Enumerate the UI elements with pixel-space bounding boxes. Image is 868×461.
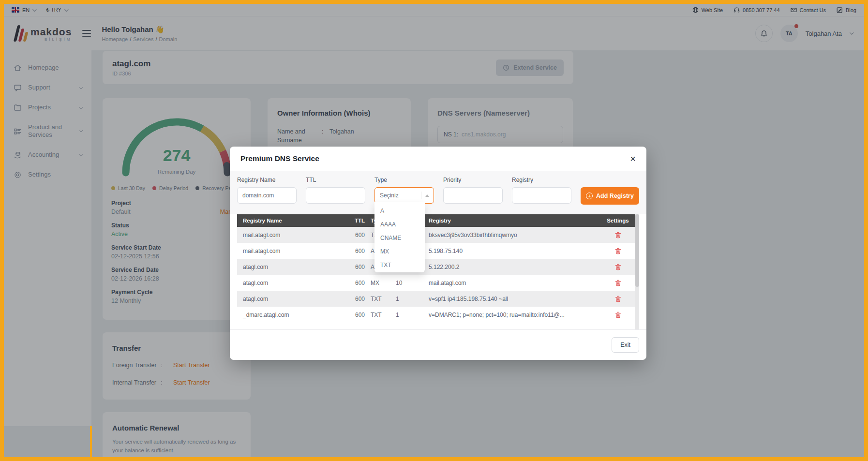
type-dropdown: A AAAA CNAME MX TXT <box>374 202 425 272</box>
record-name: mail.atagl.com <box>243 232 340 238</box>
table-scrollbar <box>635 214 639 329</box>
record-registry: bksvec3j95v3ov33birfhbfimqwmyo <box>429 232 597 238</box>
scrollbar-thumb[interactable] <box>635 214 639 287</box>
record-name: atagl.com <box>243 280 340 286</box>
type-option[interactable]: CNAME <box>374 231 425 245</box>
delete-record-button[interactable] <box>614 231 622 239</box>
type-option[interactable]: MX <box>374 245 425 258</box>
dns-records-table: Registry Name TTL Type Priority Registry… <box>237 214 639 329</box>
record-name: _dmarc.atagl.com <box>243 312 340 318</box>
add-registry-button[interactable]: + Add Registry <box>581 187 639 205</box>
chevron-up-icon <box>425 194 429 197</box>
delete-record-button[interactable] <box>614 311 622 319</box>
record-type: TXT <box>371 296 390 302</box>
table-row: mail.atagl.com 600 TXT bksvec3j95v3ov33b… <box>237 227 639 243</box>
exit-button[interactable]: Exit <box>612 337 639 353</box>
table-row: atagl.com 600 MX 10 mail.atagl.com <box>237 275 639 291</box>
table-row: atagl.com 600 TXT 1 v=spf1 ip4:185.198.7… <box>237 291 639 307</box>
type-select[interactable]: Seçiniz <box>374 187 434 204</box>
modal-title: Premium DNS Service <box>240 154 319 163</box>
type-option[interactable]: A <box>374 204 425 218</box>
table-row: atagl.com 600 A 5.122.200.2 <box>237 259 639 275</box>
record-registry: v=DMARC1; p=none; pct=100; rua=mailto:in… <box>429 312 597 318</box>
trash-icon <box>615 264 621 270</box>
registry-name-input[interactable] <box>237 187 297 204</box>
registry-input[interactable] <box>512 187 571 204</box>
record-priority: 1 <box>396 312 423 318</box>
delete-record-button[interactable] <box>614 263 622 271</box>
delete-record-button[interactable] <box>614 247 622 255</box>
record-ttl: 600 <box>345 232 365 238</box>
record-ttl: 600 <box>345 280 365 286</box>
record-ttl: 600 <box>345 312 365 318</box>
record-registry: v=spf1 ip4:185.198.75.140 ~all <box>429 296 597 302</box>
record-priority: 10 <box>396 280 423 286</box>
delete-record-button[interactable] <box>614 295 622 303</box>
ttl-input[interactable] <box>306 187 365 204</box>
table-row: mail.atagl.com 600 A 5.198.75.140 <box>237 243 639 259</box>
record-registry: mail.atagl.com <box>429 280 597 286</box>
close-icon[interactable]: × <box>630 154 636 164</box>
record-name: atagl.com <box>243 264 340 270</box>
trash-icon <box>615 296 621 302</box>
record-type: MX <box>371 280 390 286</box>
table-body: mail.atagl.com 600 TXT bksvec3j95v3ov33b… <box>237 227 639 323</box>
trash-icon <box>615 312 621 318</box>
content-scroll-accent <box>90 426 92 457</box>
record-type: TXT <box>371 312 390 318</box>
trash-icon <box>615 248 621 254</box>
dns-record-form: Registry Name TTL Type Seçiniz Priority <box>230 171 646 214</box>
app-window: EN ₺ TRY Web Site 0850 307 77 44 Contact… <box>0 0 868 461</box>
premium-dns-modal: Premium DNS Service × Registry Name TTL … <box>230 147 646 360</box>
table-row: _dmarc.atagl.com 600 TXT 1 v=DMARC1; p=n… <box>237 307 639 323</box>
trash-icon <box>615 232 621 238</box>
priority-input[interactable] <box>443 187 503 204</box>
renewal-status-value: Automatic Renewal Off <box>133 457 194 461</box>
plus-circle-icon: + <box>586 193 593 199</box>
delete-record-button[interactable] <box>614 279 622 287</box>
record-priority: 1 <box>396 296 423 302</box>
table-header: Registry Name TTL Type Priority Registry… <box>237 214 639 227</box>
type-option[interactable]: AAAA <box>374 218 425 231</box>
record-registry: 5.122.200.2 <box>429 264 597 270</box>
record-ttl: 600 <box>345 296 365 302</box>
record-ttl: 600 <box>345 264 365 270</box>
type-option[interactable]: TXT <box>374 258 425 272</box>
trash-icon <box>615 280 621 286</box>
record-name: atagl.com <box>243 296 340 302</box>
renewal-status: Status : Automatic Renewal Off <box>112 457 241 461</box>
record-name: mail.atagl.com <box>243 248 340 254</box>
record-registry: 5.198.75.140 <box>429 248 597 254</box>
record-ttl: 600 <box>345 248 365 254</box>
